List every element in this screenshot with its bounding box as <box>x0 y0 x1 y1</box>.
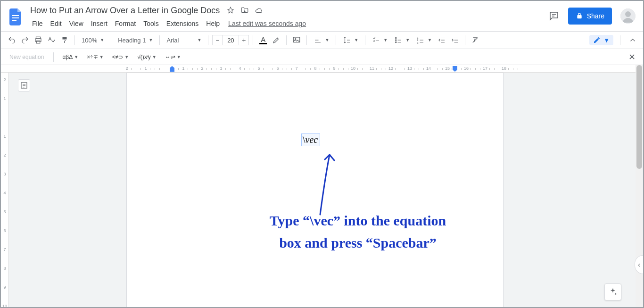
equation-command: vec <box>305 134 318 145</box>
outdent-button[interactable] <box>436 34 448 46</box>
menu-tools[interactable]: Tools <box>140 18 163 29</box>
star-icon[interactable] <box>226 6 235 15</box>
vertical-ruler[interactable]: 2112345678910 <box>1 73 8 307</box>
line-spacing-select[interactable]: ▼ <box>340 36 361 44</box>
document-title[interactable]: How to Put an Arrow Over a Letter in Goo… <box>28 5 222 17</box>
horizontal-ruler[interactable]: 21123456789101112131415161718 <box>1 65 636 73</box>
greek-letters-menu[interactable]: αβΔ▼ <box>59 54 81 60</box>
menu-file[interactable]: File <box>28 18 47 29</box>
checklist-button[interactable]: ▼ <box>369 36 390 44</box>
undo-button[interactable] <box>6 34 18 46</box>
spellcheck-button[interactable] <box>45 34 58 46</box>
paragraph-style-select[interactable]: Heading 1▼ <box>115 37 156 44</box>
highlight-button[interactable] <box>270 34 282 46</box>
svg-point-4 <box>625 11 631 17</box>
zoom-value: 100% <box>82 37 97 44</box>
menu-bar: File Edit View Insert Format Tools Exten… <box>28 18 548 29</box>
misc-ops-menu[interactable]: ×÷∓▼ <box>84 54 107 60</box>
align-select[interactable]: ▼ <box>311 36 332 44</box>
svg-rect-0 <box>12 15 19 16</box>
paint-format-button[interactable] <box>58 34 71 46</box>
document-page[interactable]: \vec Type “\vec” into the equation box a… <box>126 73 504 307</box>
fontsize-control: − 20 + <box>212 35 249 45</box>
menu-extensions[interactable]: Extensions <box>163 18 202 29</box>
numbered-list-button[interactable]: 123▼ <box>413 36 435 44</box>
primary-toolbar: 100%▼ Heading 1▼ Arial▼ − 20 + A ▼ ▼ ▼ ▼… <box>1 31 643 49</box>
comments-icon[interactable] <box>548 10 560 22</box>
svg-point-11 <box>396 40 396 41</box>
svg-point-10 <box>396 37 396 38</box>
menu-help[interactable]: Help <box>202 18 223 29</box>
font-select[interactable]: Arial▼ <box>164 37 204 44</box>
new-equation-button[interactable]: New equation <box>6 54 48 60</box>
move-icon[interactable] <box>240 6 249 15</box>
zoom-select[interactable]: 100%▼ <box>79 37 107 44</box>
menu-format[interactable]: Format <box>111 18 140 29</box>
redo-button[interactable] <box>19 34 31 46</box>
annotation-text: Type “\vec” into the equation box and pr… <box>207 210 509 254</box>
menu-view[interactable]: View <box>66 18 87 29</box>
style-value: Heading 1 <box>118 37 146 44</box>
account-avatar[interactable] <box>620 8 636 24</box>
svg-point-12 <box>396 42 396 42</box>
equation-toolbar: New equation αβΔ▼ ×÷∓▼ <≠⊃▼ √()x⁄y▼ ↔⇌▼ … <box>1 49 643 65</box>
insert-image-button[interactable] <box>290 34 303 46</box>
fontsize-input[interactable]: 20 <box>223 35 239 45</box>
collapse-toolbar-button[interactable] <box>627 34 638 46</box>
last-edit-link[interactable]: Last edit was seconds ago <box>228 18 306 29</box>
font-value: Arial <box>166 37 179 44</box>
docs-logo[interactable] <box>7 8 25 26</box>
menu-edit[interactable]: Edit <box>47 18 66 29</box>
workspace: 21123456789101112131415161718 2112345678… <box>1 65 643 307</box>
text-color-button[interactable]: A <box>257 34 269 46</box>
fontsize-decrease[interactable]: − <box>212 35 223 45</box>
cloud-status-icon[interactable] <box>255 6 263 15</box>
close-equation-toolbar[interactable]: ✕ <box>625 50 638 64</box>
relations-menu[interactable]: <≠⊃▼ <box>109 54 132 60</box>
svg-rect-1 <box>12 17 19 18</box>
annotation-arrow-icon <box>311 146 339 217</box>
document-outline-button[interactable] <box>18 79 30 92</box>
arrows-menu[interactable]: ↔⇌▼ <box>162 54 184 60</box>
share-button[interactable]: Share <box>568 8 612 25</box>
menu-insert[interactable]: Insert <box>87 18 111 29</box>
bulleted-list-button[interactable]: ▼ <box>391 36 413 44</box>
fontsize-increase[interactable]: + <box>239 35 249 45</box>
equation-input[interactable]: \vec <box>301 133 320 146</box>
clear-format-button[interactable] <box>469 34 481 46</box>
math-ops-menu[interactable]: √()x⁄y▼ <box>134 54 159 60</box>
print-button[interactable] <box>32 34 44 46</box>
share-label: Share <box>587 12 604 20</box>
svg-rect-7 <box>36 41 40 43</box>
svg-rect-2 <box>12 20 17 21</box>
editing-mode-button[interactable]: ▼ <box>589 35 613 45</box>
indent-button[interactable] <box>449 34 461 46</box>
explore-button[interactable] <box>604 283 621 300</box>
svg-text:3: 3 <box>417 42 419 44</box>
